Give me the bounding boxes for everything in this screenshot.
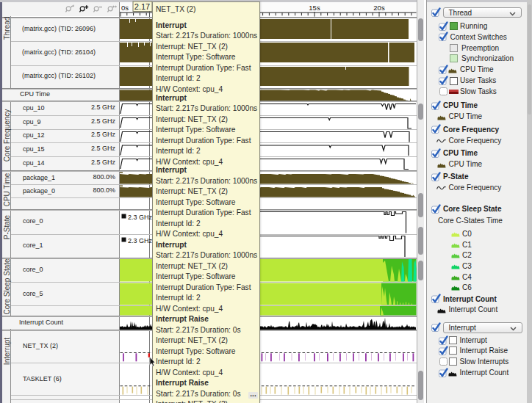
svg-text:15s: 15s (309, 4, 320, 12)
svg-text:20s: 20s (373, 4, 385, 12)
svg-text:2.3 GHz: 2.3 GHz (128, 237, 153, 244)
svg-text:2.17: 2.17 (134, 2, 150, 11)
svg-text:0s: 0s (121, 4, 129, 12)
svg-text:2.3 GHz: 2.3 GHz (128, 214, 153, 221)
